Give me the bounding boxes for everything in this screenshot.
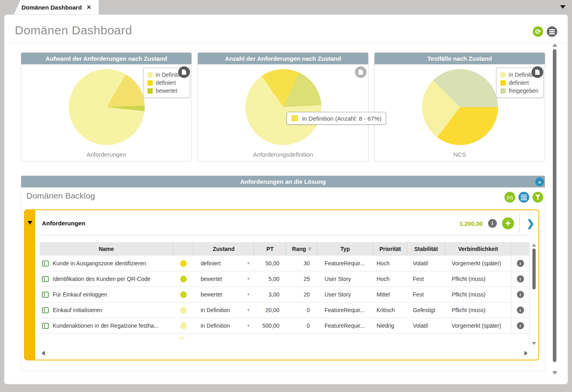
collapse-group-caret-icon[interactable] bbox=[28, 221, 32, 225]
dropdown-caret-icon: ▼ bbox=[247, 277, 250, 281]
row-info-icon[interactable]: i bbox=[517, 322, 524, 329]
document-export-icon[interactable] bbox=[532, 66, 543, 78]
status-dot bbox=[180, 260, 187, 267]
zustand-dropdown[interactable]: bewertet▼ bbox=[193, 271, 254, 287]
grouping-icon[interactable]: {≡} bbox=[504, 192, 515, 203]
requirement-icon bbox=[42, 307, 49, 313]
page-scrollbar-thumb[interactable] bbox=[553, 49, 556, 362]
tab-domaenen-dashboard[interactable]: Domänen Dashboard ✕ bbox=[14, 0, 99, 14]
page-scroll-up-arrow[interactable] bbox=[552, 44, 557, 47]
table-scroll-down-arrow[interactable] bbox=[532, 342, 536, 345]
row-info-icon[interactable]: i bbox=[517, 291, 524, 298]
page-title: Domänen Dashboard bbox=[15, 24, 132, 37]
status-dot bbox=[180, 291, 187, 298]
table-scroll-up-arrow[interactable] bbox=[532, 244, 536, 247]
chart-panel-header: Testfälle nach Zustand bbox=[375, 53, 545, 64]
table-scrollbar-thumb[interactable] bbox=[532, 249, 536, 289]
table-scroll-right-arrow[interactable] bbox=[524, 351, 528, 356]
table-row[interactable]: Einkauf initialisieren in Definition▼ 20… bbox=[40, 302, 529, 318]
tab-overflow-caret-icon[interactable] bbox=[560, 5, 566, 9]
column-header-pt[interactable]: PT bbox=[254, 242, 286, 256]
open-group-chevron-icon[interactable]: ❯ bbox=[525, 219, 536, 228]
tooltip-swatch bbox=[291, 115, 298, 121]
legend-item[interactable]: bewertet bbox=[147, 88, 185, 94]
column-header-status[interactable] bbox=[173, 242, 193, 256]
document-export-icon[interactable] bbox=[355, 66, 367, 78]
legend-swatch bbox=[147, 72, 153, 78]
column-header-stabilitaet[interactable]: Stabilität bbox=[407, 242, 445, 256]
column-header-name[interactable]: Name bbox=[40, 242, 173, 256]
group-toolbar: 1.200,00 i + ❯ bbox=[460, 215, 536, 231]
chart-panel-anzahl: Anzahl der Anforderungen nach Zustand An… bbox=[197, 52, 369, 161]
status-dot bbox=[180, 276, 187, 283]
pie-chart-anzahl[interactable] bbox=[245, 69, 321, 145]
expand-section-icon[interactable]: » bbox=[535, 177, 544, 186]
table-row[interactable]: Kundenaktionen in der Regalzone festha..… bbox=[40, 318, 529, 334]
dashboard-page: Domänen Dashboard ⟳ Aufwand der Anforder… bbox=[4, 14, 568, 384]
group-total: 1.200,00 bbox=[460, 220, 483, 227]
table-scroll-left-arrow[interactable] bbox=[42, 351, 45, 356]
table-row[interactable]: Für Einkauf einloggen bewertet▼ 3,00 20 … bbox=[40, 287, 529, 302]
title-divider bbox=[4, 43, 568, 44]
zustand-dropdown[interactable]: definiert▼ bbox=[193, 256, 254, 271]
pie-chart-aufwand[interactable] bbox=[69, 69, 145, 145]
backlog-panel: Anforderungen 1.200,00 i + ❯ Name Zustan… bbox=[24, 209, 539, 360]
add-requirement-icon[interactable]: + bbox=[502, 217, 514, 229]
row-info-icon[interactable]: i bbox=[517, 260, 524, 267]
chart-caption: Anforderungsdefinition bbox=[198, 151, 368, 158]
column-header-typ[interactable]: Typ bbox=[317, 242, 373, 256]
tooltip-text: in Definition (Anzahl: 8 - 67%) bbox=[302, 115, 381, 122]
chart-caption: Anforderungen bbox=[21, 151, 191, 158]
clipped-row-status-dot bbox=[179, 336, 185, 339]
chart-panel-header: Anzahl der Anforderungen nach Zustand bbox=[198, 53, 368, 64]
legend-swatch bbox=[500, 72, 506, 78]
section-title: Anforderungen an die Lösung bbox=[240, 178, 326, 185]
backlog-accent-strip bbox=[25, 210, 35, 360]
column-header-prioritaet[interactable]: Priorität bbox=[373, 242, 407, 256]
column-header-rang[interactable]: Rang ▽ bbox=[286, 242, 317, 256]
section-header: Anforderungen an die Lösung » bbox=[21, 176, 545, 187]
zustand-dropdown[interactable]: bewertet▼ bbox=[193, 287, 254, 302]
zustand-dropdown[interactable]: in Definition▼ bbox=[193, 302, 254, 318]
legend-item[interactable]: definiert bbox=[500, 80, 538, 86]
info-icon[interactable]: i bbox=[488, 219, 497, 228]
column-header-verbindlichkeit[interactable]: Verbindlichkeit bbox=[445, 242, 511, 256]
close-icon[interactable]: ✕ bbox=[87, 4, 92, 10]
requirements-table: Name Zustand PT Rang ▽ Typ Priorität Sta… bbox=[40, 242, 529, 334]
pie-chart-testfaelle[interactable] bbox=[422, 69, 498, 145]
backlog-title: Domänen Backlog bbox=[26, 191, 95, 201]
hamburger-menu-icon[interactable] bbox=[547, 26, 557, 37]
column-header-zustand[interactable]: Zustand bbox=[193, 242, 254, 256]
column-header-info[interactable] bbox=[511, 242, 529, 256]
requirement-icon bbox=[42, 323, 49, 329]
filter-funnel-icon[interactable] bbox=[532, 192, 543, 203]
group-label: Anforderungen bbox=[42, 220, 85, 227]
legend-swatch bbox=[500, 80, 506, 86]
requirement-icon bbox=[42, 261, 49, 267]
requirement-icon bbox=[42, 292, 49, 298]
legend-swatch bbox=[147, 88, 153, 94]
requirement-icon bbox=[42, 276, 49, 282]
anforderungen-section: Anforderungen an die Lösung » Domänen Ba… bbox=[21, 175, 545, 371]
document-export-icon[interactable] bbox=[178, 66, 190, 78]
legend-item[interactable]: freigegeben bbox=[500, 88, 538, 94]
table-header-row: Name Zustand PT Rang ▽ Typ Priorität Sta… bbox=[40, 242, 529, 256]
page-scroll-down-arrow[interactable] bbox=[552, 371, 557, 374]
pie-tooltip: in Definition (Anzahl: 8 - 67%) bbox=[287, 112, 386, 125]
legend-item[interactable]: definiert bbox=[147, 80, 185, 86]
status-dot bbox=[180, 322, 187, 329]
status-dot bbox=[180, 307, 187, 314]
chart-panel-aufwand: Aufwand der Anforderungen nach Zustand i… bbox=[21, 52, 192, 161]
row-info-icon[interactable]: i bbox=[517, 306, 524, 314]
table-row[interactable]: Identifikation des Kunden per QR-Code be… bbox=[40, 271, 529, 287]
row-info-icon[interactable]: i bbox=[517, 275, 524, 283]
dropdown-caret-icon: ▼ bbox=[247, 324, 250, 328]
dropdown-caret-icon: ▼ bbox=[247, 293, 250, 296]
chart-panel-testfaelle: Testfälle nach Zustand in Definition def… bbox=[374, 52, 545, 161]
chart-panel-header: Aufwand der Anforderungen nach Zustand bbox=[21, 53, 191, 64]
sort-lines-icon[interactable] bbox=[518, 192, 529, 203]
window-tab-bar: Domänen Dashboard ✕ bbox=[0, 0, 572, 14]
zustand-dropdown[interactable]: in Definition▼ bbox=[193, 318, 254, 333]
refresh-icon[interactable]: ⟳ bbox=[533, 26, 543, 37]
table-row[interactable]: Kunde in Ausgangszone identifizieren def… bbox=[40, 256, 529, 271]
